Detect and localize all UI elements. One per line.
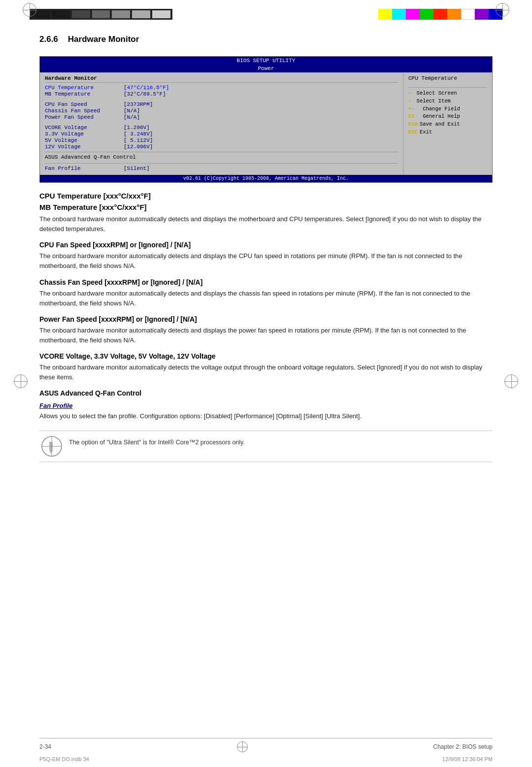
heading-qfan: ASUS Advanced Q-Fan Control (39, 389, 493, 397)
bios-footer: v02.61 (C)Copyright 1985-2008, American … (40, 175, 492, 182)
bios-value-cpu-fan: [2373RPM] (124, 101, 153, 107)
bios-label-cpu-fan: CPU Fan Speed (45, 101, 124, 107)
bios-label-33v: 3.3V Voltage (45, 131, 124, 137)
note-icon (41, 436, 62, 457)
body-cpu-mb-temp: The onboard hardware monitor automatical… (39, 214, 493, 234)
bios-value-cpu-temp: [47°C/116.5°F] (124, 85, 169, 91)
footer-page-number: 2-34 (39, 743, 51, 750)
bios-value-mb-temp: [32°C/89.5°F] (124, 91, 166, 97)
section-number: 2.6.6 (39, 34, 58, 44)
body-chassis-fan: The onboard hardware monitor automatical… (39, 289, 493, 308)
bios-row-vcore: VCORE Voltage [1.296V] (45, 125, 398, 131)
bios-label-5v: 5V Voltage (45, 137, 124, 143)
note-box: The option of "Ultra Silent" is for Inte… (39, 431, 493, 462)
bios-row-33v: 3.3V Voltage [ 3.248V] (45, 131, 398, 137)
body-cpu-fan: The onboard hardware monitor automatical… (39, 251, 493, 271)
bios-right-label: CPU Temperature (408, 75, 487, 81)
bios-subheader: Power (40, 65, 492, 72)
bios-value-power-fan: [N/A] (124, 114, 140, 120)
bios-row-5v: 5V Voltage [ 5.112V] (45, 137, 398, 143)
heading-voltage: VCORE Voltage, 3.3V Voltage, 5V Voltage,… (39, 352, 493, 360)
body-fan-profile: Allows you to select the fan profile. Co… (39, 411, 493, 421)
section-title: Hardware Monitor (68, 34, 139, 44)
bios-right-panel: CPU Temperature ↔ Select Screen ↕ Select… (403, 72, 492, 175)
bios-value-chassis-fan: [N/A] (124, 108, 140, 114)
bios-value-12v: [12.096V] (124, 144, 153, 150)
bios-value-5v: [ 5.112V] (124, 137, 153, 143)
svg-marker-4 (49, 451, 53, 454)
svg-rect-5 (49, 442, 53, 444)
footer-center (237, 741, 248, 752)
heading-cpu-fan: CPU Fan Speed [xxxxRPM] or [Ignored] / [… (39, 241, 493, 249)
heading-chassis-fan: Chassis Fan Speed [xxxxRPM] or [Ignored]… (39, 278, 493, 286)
bios-label-mb-temp: MB Temperature (45, 91, 124, 97)
bios-row-12v: 12V Voltage [12.096V] (45, 144, 398, 150)
bios-row-fan-profile: Fan Profile [Silent] (45, 166, 398, 171)
footer-file: P5Q-EM DO.indb 34 (39, 756, 89, 762)
bios-label-cpu-temp: CPU Temperature (45, 85, 124, 91)
bios-section-title: Hardware Monitor (45, 75, 398, 83)
bios-row-power-fan: Power Fan Speed [N/A] (45, 114, 398, 120)
bios-label-fan-profile: Fan Profile (45, 166, 124, 171)
body-voltage: The onboard hardware monitor automatical… (39, 363, 493, 382)
bios-row-cpu-temp: CPU Temperature [47°C/116.5°F] (45, 85, 398, 91)
bios-keybinds: ↔ Select Screen ↕ Select Item +- Change … (408, 90, 487, 136)
bios-header: BIOS SETUP UTILITY (40, 57, 492, 65)
bios-label-chassis-fan: Chassis Fan Speed (45, 108, 124, 114)
bios-row-cpu-fan: CPU Fan Speed [2373RPM] (45, 101, 398, 107)
body-power-fan: The onboard hardware monitor automatical… (39, 326, 493, 345)
bios-value-fan-profile: [Silent] (124, 166, 150, 171)
bios-screenshot: BIOS SETUP UTILITY Power Hardware Monito… (39, 56, 493, 183)
bios-qfan-title: ASUS Adavanced Q-Fan Control (45, 154, 398, 161)
heading-power-fan: Power Fan Speed [xxxxRPM] or [Ignored] /… (39, 315, 493, 323)
bios-label-power-fan: Power Fan Speed (45, 114, 124, 120)
bios-label-12v: 12V Voltage (45, 144, 124, 150)
footer-chapter: Chapter 2: BIOS setup (433, 743, 493, 750)
page-footer: 2-34 Chapter 2: BIOS setup (39, 738, 493, 752)
bios-left-panel: Hardware Monitor CPU Temperature [47°C/1… (40, 72, 403, 175)
bios-value-vcore: [1.296V] (124, 125, 150, 131)
note-text: The option of "Ultra Silent" is for Inte… (69, 436, 245, 447)
heading-mb-temp: MB Temperature [xxx°C/xxx°F] (39, 203, 493, 211)
bios-label-vcore: VCORE Voltage (45, 125, 124, 131)
heading-cpu-temp: CPU Temperature [xxx°C/xxx°F] (39, 192, 493, 200)
sub-heading-fan-profile: Fan Profile (39, 402, 493, 409)
bios-value-33v: [ 3.248V] (124, 131, 153, 137)
footer-crosshair (237, 741, 248, 752)
footer-date: 12/9/08 12:36:04 PM (442, 756, 493, 762)
bios-row-mb-temp: MB Temperature [32°C/89.5°F] (45, 91, 398, 97)
bios-row-chassis-fan: Chassis Fan Speed [N/A] (45, 108, 398, 114)
